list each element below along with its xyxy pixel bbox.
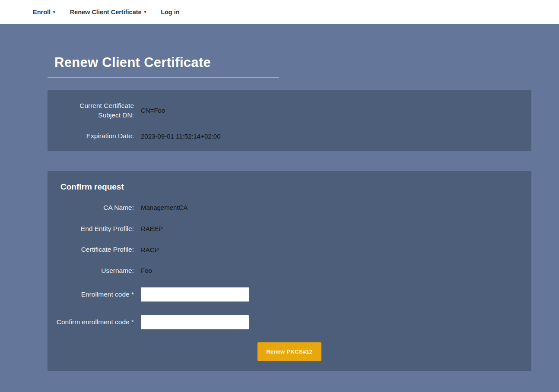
username-value: Foo (141, 267, 523, 274)
nav-item-log-in[interactable]: Log in (161, 9, 180, 16)
chevron-down-icon: ▾ (53, 10, 55, 14)
subject-dn-label: Current Certificate Subject DN: (56, 101, 134, 120)
certificate-profile-row: Certificate Profile: RACP (56, 245, 523, 254)
ca-name-label: CA Name: (56, 203, 134, 212)
nav-item-enroll[interactable]: Enroll ▾ (33, 9, 55, 16)
end-entity-profile-label: End Entity Profile: (56, 224, 134, 234)
expiration-date-label: Expiration Date: (56, 131, 134, 141)
nav-item-log-in-label: Log in (161, 9, 180, 16)
nav-item-renew-label: Renew Client Certificate (70, 9, 142, 16)
enrollment-code-row: Enrollment code * (56, 287, 523, 302)
username-row: Username: Foo (56, 266, 523, 275)
confirm-enrollment-code-row: Confirm enrollment code * (56, 315, 523, 329)
certificate-info-panel: Current Certificate Subject DN: CN=Foo E… (48, 90, 531, 151)
page-title-underline: Renew Client Certificate (48, 55, 279, 78)
end-entity-profile-value: RAEEP (141, 225, 523, 232)
enrollment-code-label: Enrollment code * (56, 290, 134, 299)
page-title: Renew Client Certificate (54, 55, 279, 70)
expiration-date-row: Expiration Date: 2023-09-01 11:52:14+02:… (56, 131, 523, 141)
confirm-request-panel: Confirm request CA Name: ManagementCA En… (48, 171, 531, 371)
renew-pkcs12-button[interactable]: Renew PKCS#12 (257, 342, 321, 361)
end-entity-profile-row: End Entity Profile: RAEEP (56, 224, 523, 234)
certificate-profile-label: Certificate Profile: (56, 245, 134, 254)
subject-dn-row: Current Certificate Subject DN: CN=Foo (56, 101, 523, 120)
confirm-request-heading: Confirm request (60, 182, 523, 192)
confirm-enrollment-code-label: Confirm enrollment code * (56, 317, 134, 327)
chevron-down-icon: ▾ (144, 10, 146, 14)
enrollment-code-input[interactable] (141, 287, 249, 302)
submit-button-row: Renew PKCS#12 (56, 342, 523, 361)
top-navbar: Enroll ▾ Renew Client Certificate ▾ Log … (0, 0, 559, 24)
ca-name-row: CA Name: ManagementCA (56, 203, 523, 212)
nav-item-enroll-label: Enroll (33, 9, 51, 16)
username-label: Username: (56, 266, 134, 275)
expiration-date-value: 2023-09-01 11:52:14+02:00 (141, 133, 523, 140)
subject-dn-value: CN=Foo (141, 107, 523, 114)
ca-name-value: ManagementCA (141, 204, 523, 211)
certificate-profile-value: RACP (141, 246, 523, 253)
nav-item-renew-client-certificate[interactable]: Renew Client Certificate ▾ (70, 9, 146, 16)
confirm-enrollment-code-input[interactable] (141, 315, 249, 329)
